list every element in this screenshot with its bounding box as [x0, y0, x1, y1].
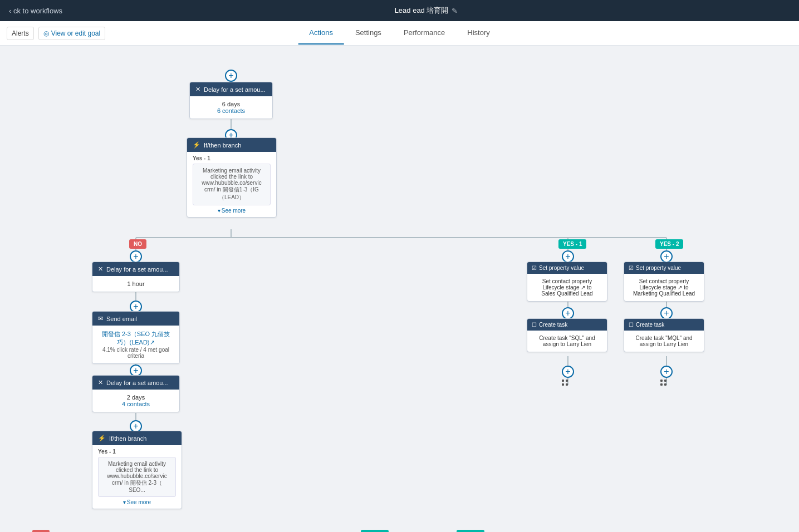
tabs: Actions Settings Performance History: [298, 22, 501, 45]
set-prop2-card: ☑ Set property value Set contact propert…: [624, 262, 704, 302]
set-prop1-header: ☑ Set property value: [527, 262, 607, 274]
create-task2-card: ☐ Create task Create task "MQL" andassig…: [624, 318, 704, 352]
branch2-icon: ⚡: [98, 435, 106, 442]
plus-btn-yes1-2[interactable]: +: [562, 307, 574, 319]
delay2-title: Delay for a set amou...: [106, 266, 168, 273]
send-email-body: 開發信 2-3（SEO 九個技巧）(LEAD)↗ 4.1% click rate…: [92, 326, 179, 363]
email-icon: ✉: [98, 315, 103, 322]
prop1-title: Set property value: [539, 265, 584, 271]
email-name: 開發信 2-3（SEO 九個技巧）(LEAD)↗: [98, 330, 174, 347]
delay1-body: 6 days 6 contacts: [190, 96, 272, 119]
delay2-duration: 1 hour: [98, 280, 174, 287]
canvas-inner: + ✕ Delay for a set amou... 6 days 6 con…: [0, 46, 799, 532]
set-prop2-body: Set contact propertyLifecycle stage ↗ to…: [624, 274, 704, 301]
create-task1-header: ☐ Create task: [527, 319, 607, 331]
set-prop1-body: Set contact propertyLifecycle stage ↗ to…: [527, 274, 607, 301]
prop2-title: Set property value: [636, 265, 681, 271]
branch2-title: If/then branch: [109, 435, 146, 442]
task2-title: Create task: [636, 322, 664, 328]
view-edit-goal-button[interactable]: ◎ View or edit goal: [38, 27, 106, 40]
delay3-icon: ✕: [98, 379, 103, 386]
yes1-badge-1: YES - 1: [558, 239, 586, 249]
delay2-icon: ✕: [98, 265, 103, 273]
plus-btn-yes1-1[interactable]: +: [562, 250, 574, 263]
workflow-title-text: Lead ead 培育開: [395, 6, 449, 16]
yes2-badge-1: YES - 2: [655, 239, 683, 249]
no-badge-1: NO: [129, 239, 146, 249]
delay3-header: ✕ Delay for a set amou...: [92, 376, 179, 390]
delay1-contacts: 6 contacts: [195, 107, 267, 114]
left-items: Alerts ◎ View or edit goal: [7, 27, 105, 40]
branch1-body: Yes - 1 Marketing email activityclicked …: [187, 152, 276, 217]
branch2-see-more[interactable]: ▾ See more: [98, 499, 176, 505]
yes2-badge-2: YES - 2: [457, 530, 484, 532]
workflow-canvas: + ✕ Delay for a set amou... 6 days 6 con…: [0, 46, 799, 532]
delay2-header: ✕ Delay for a set amou...: [92, 262, 179, 276]
tab-actions[interactable]: Actions: [298, 22, 344, 45]
task1-title: Create task: [539, 322, 567, 328]
branch2-yes-label: Yes - 1: [98, 449, 176, 455]
branch1-condition: Marketing email activityclicked the link…: [193, 164, 271, 205]
delay2-card: ✕ Delay for a set amou... 1 hour: [92, 262, 180, 292]
goal-label: View or edit goal: [51, 29, 101, 37]
plus-btn-no1[interactable]: +: [130, 250, 142, 263]
branch2-card: ⚡ If/then branch Yes - 1 Marketing email…: [92, 431, 182, 509]
plus-btn-yes2-1[interactable]: +: [660, 250, 673, 263]
delay1-icon: ✕: [195, 86, 200, 93]
create-task1-body: Create task "SQL" andassign to Larry Lie…: [527, 331, 607, 352]
delay3-body: 2 days 4 contacts: [92, 390, 179, 412]
branch1-icon: ⚡: [193, 141, 200, 149]
delay3-card: ✕ Delay for a set amou... 2 days 4 conta…: [92, 375, 180, 412]
create-task1-card: ☐ Create task Create task "SQL" andassig…: [527, 318, 607, 352]
task2-icon: ☐: [629, 322, 634, 328]
prop2-icon: ☑: [629, 265, 634, 271]
delay1-duration: 6 days: [195, 101, 267, 107]
prop1-icon: ☑: [532, 265, 537, 271]
branch1-title: If/then branch: [204, 142, 241, 149]
workflow-title: Lead ead 培育開 ✎: [395, 6, 458, 16]
plus-btn-top[interactable]: +: [225, 70, 237, 82]
delay3-contacts: 4 contacts: [98, 401, 174, 407]
set-prop2-header: ☑ Set property value: [624, 262, 704, 274]
terminal-dots-yes1: [562, 380, 568, 386]
email-stats: 4.1% click rate / 4 met goal criteria: [98, 347, 174, 359]
terminal-dots-yes2: [660, 380, 666, 386]
send-email-title: Send email: [106, 316, 137, 322]
branch1-yes-label: Yes - 1: [193, 155, 271, 161]
edit-icon[interactable]: ✎: [452, 7, 458, 15]
delay3-duration: 2 days: [98, 394, 174, 401]
delay1-header: ✕ Delay for a set amou...: [190, 82, 272, 96]
no-badge-2: NO: [32, 530, 50, 532]
plus-btn-yes1-3[interactable]: +: [562, 366, 574, 378]
branch2-body: Yes - 1 Marketing email activityclicked …: [92, 445, 182, 509]
task1-icon: ☐: [532, 322, 537, 328]
tab-history[interactable]: History: [456, 22, 501, 45]
branch2-header: ⚡ If/then branch: [92, 431, 182, 445]
sub-nav: Alerts ◎ View or edit goal Actions Setti…: [0, 21, 799, 46]
delay1-title: Delay for a set amou...: [204, 86, 266, 93]
top-bar: ‹ ck to workflows Lead ead 培育開 ✎: [0, 0, 799, 21]
delay3-title: Delay for a set amou...: [106, 380, 168, 386]
branch1-card: ⚡ If/then branch Yes - 1 Marketing email…: [187, 137, 277, 218]
alerts-button[interactable]: Alerts: [7, 27, 34, 40]
delay2-body: 1 hour: [92, 276, 179, 292]
plus-btn-yes2-3[interactable]: +: [660, 366, 673, 378]
create-task2-body: Create task "MQL" andassign to Larry Lie…: [624, 331, 704, 352]
branch1-header: ⚡ If/then branch: [187, 138, 276, 152]
plus-btn-yes2-2[interactable]: +: [660, 307, 673, 319]
send-email-card: ✉ Send email 開發信 2-3（SEO 九個技巧）(LEAD)↗ 4.…: [92, 311, 180, 364]
branch2-condition: Marketing email activityclicked the link…: [98, 457, 176, 497]
create-task2-header: ☐ Create task: [624, 319, 704, 331]
yes1-badge-2: YES - 1: [361, 530, 389, 532]
set-prop1-card: ☑ Set property value Set contact propert…: [527, 262, 607, 302]
tab-performance[interactable]: Performance: [393, 22, 456, 45]
delay1-card: ✕ Delay for a set amou... 6 days 6 conta…: [189, 82, 273, 119]
goal-icon: ◎: [43, 29, 49, 37]
back-link[interactable]: ‹ ck to workflows: [9, 7, 62, 15]
branch1-see-more[interactable]: ▾ See more: [193, 208, 271, 214]
tab-settings[interactable]: Settings: [344, 22, 393, 45]
send-email-header: ✉ Send email: [92, 312, 179, 326]
